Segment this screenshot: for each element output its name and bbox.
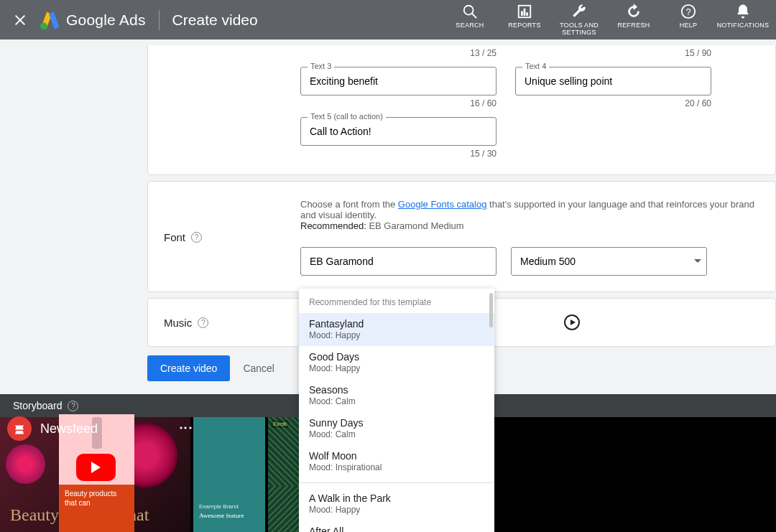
dropdown-scrollbar[interactable] (489, 293, 493, 327)
music-option-mood: Mood: Happy (309, 505, 484, 515)
music-section-label: Music? (164, 314, 300, 330)
youtube-card-caption: Beauty products that can (59, 485, 134, 532)
music-option[interactable]: Sunny DaysMood: Calm (299, 412, 494, 445)
dropdown-divider (299, 482, 494, 483)
music-option-mood: Mood: Calm (309, 429, 484, 439)
text5-field-wrap: Text 5 (call to action) 15 / 30 (300, 117, 496, 159)
youtube-more-icon[interactable]: ⋮ (178, 421, 194, 436)
google-ads-logo-icon (40, 11, 60, 29)
help-icon[interactable]: ? (198, 317, 208, 328)
nav-search[interactable]: SEARCH (450, 4, 490, 29)
wrench-icon (571, 4, 587, 19)
music-option-mood: Mood: Calm (309, 396, 484, 406)
font-section-label: Font? (164, 199, 300, 276)
text5-counter: 15 / 30 (300, 149, 496, 159)
music-option-mood: Mood: Happy (309, 330, 484, 340)
director-chair-icon (7, 416, 32, 441)
svg-text:?: ? (685, 6, 690, 17)
text1-counter: 13 / 25 (300, 48, 496, 58)
help-icon[interactable]: ? (191, 232, 202, 243)
text5-input[interactable] (300, 117, 496, 146)
help-icon: ? (680, 4, 696, 19)
music-dropdown: Recommended for this template Fantasylan… (299, 289, 494, 532)
close-icon[interactable] (13, 13, 27, 27)
font-family-input[interactable] (300, 247, 496, 276)
app-header: Google Ads Create video SEARCH REPORTS T… (0, 0, 776, 39)
reports-icon (517, 4, 532, 19)
font-weight-select[interactable] (511, 247, 710, 276)
music-option-name: Sunny Days (309, 417, 484, 429)
text-section-card: 13 / 25 15 / 90 Text 3 16 / 60 Text 4 20… (147, 45, 776, 175)
svg-line-2 (472, 13, 476, 17)
cancel-button[interactable]: Cancel (243, 363, 274, 374)
youtube-play-button[interactable] (76, 454, 116, 481)
text4-input[interactable] (515, 67, 711, 95)
svg-rect-6 (527, 12, 528, 15)
svg-point-0 (40, 22, 47, 29)
music-option[interactable]: SeasonsMood: Calm (299, 379, 494, 412)
text4-counter: 20 / 60 (515, 98, 711, 108)
text3-label: Text 3 (308, 62, 334, 70)
nav-tools[interactable]: TOOLS AND SETTINGS (559, 4, 599, 37)
music-option-name: Good Days (309, 351, 484, 363)
page-title: Create video (172, 11, 258, 29)
text3-input[interactable] (300, 67, 496, 95)
text3-field-wrap: Text 3 16 / 60 (300, 67, 496, 108)
music-option-mood: Mood: Inspirational (309, 462, 484, 472)
music-option-name: A Walk in the Park (309, 493, 484, 504)
font-section-card: Font? Choose a font from the Google Font… (147, 181, 776, 292)
music-option-name: Wolf Moon (309, 450, 484, 462)
svg-point-1 (464, 5, 474, 14)
svg-rect-4 (521, 11, 522, 16)
nav-refresh[interactable]: REFRESH (614, 4, 654, 29)
text5-label: Text 5 (call to action) (308, 112, 386, 121)
music-play-button[interactable] (564, 314, 580, 330)
bell-icon (735, 4, 751, 19)
music-option[interactable]: Good DaysMood: Happy (299, 346, 494, 379)
svg-rect-5 (524, 9, 525, 15)
music-option-name: Fantasyland (309, 318, 484, 330)
font-weight-value[interactable] (511, 247, 707, 276)
music-option[interactable]: Wolf MoonMood: Inspirational (299, 445, 494, 478)
font-description: Choose a font from the Google Fonts cata… (300, 199, 759, 231)
dropdown-section-header: Recommended for this template (299, 289, 494, 313)
google-fonts-link[interactable]: Google Fonts catalog (398, 199, 487, 210)
music-option[interactable]: FantasylandMood: Happy (299, 313, 494, 346)
text2-counter: 15 / 90 (515, 48, 711, 58)
create-video-button[interactable]: Create video (147, 355, 230, 381)
nav-reports[interactable]: REPORTS (504, 4, 545, 29)
refresh-icon (626, 4, 642, 19)
music-option-name: Seasons (309, 384, 484, 396)
text4-field-wrap: Text 4 20 / 60 (515, 67, 711, 108)
search-icon (462, 4, 478, 19)
header-divider (159, 10, 160, 30)
help-icon[interactable]: ? (68, 401, 78, 411)
music-option-name: After All (309, 526, 484, 532)
header-nav: SEARCH REPORTS TOOLS AND SETTINGS REFRES… (450, 4, 763, 37)
youtube-video-title: Newsfeed (40, 421, 98, 437)
chevron-down-icon (694, 259, 701, 263)
music-option-mood: Mood: Happy (309, 363, 484, 373)
nav-help[interactable]: ?HELP (668, 4, 708, 29)
music-option[interactable]: A Walk in the ParkMood: Happy (299, 487, 494, 521)
text4-label: Text 4 (522, 62, 549, 70)
brand-text: Google Ads (66, 11, 146, 29)
music-option[interactable]: After AllMood: Calm (299, 521, 494, 532)
nav-notifications[interactable]: NOTIFICATIONS (723, 4, 763, 29)
text3-counter: 16 / 60 (300, 98, 496, 108)
